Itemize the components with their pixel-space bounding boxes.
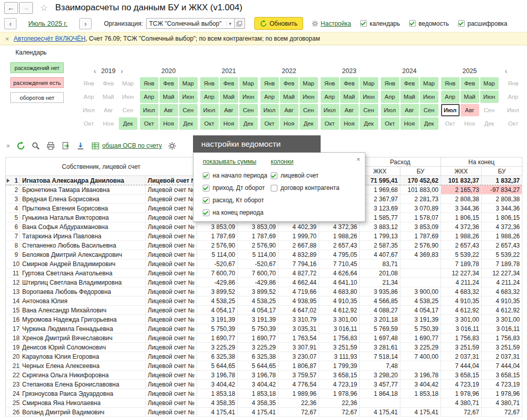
value-cell[interactable]: 3 035,31: [278, 324, 319, 334]
value-cell[interactable]: 1 832,37: [482, 176, 522, 185]
value-cell[interactable]: 1 690,77: [400, 334, 441, 343]
calendar-month-next[interactable]: Окт: [504, 117, 522, 130]
table-row[interactable]: 18Хренов Дмитрий ВячеславовичЛицевой сче…: [6, 334, 522, 343]
calendar-month-next[interactable]: Апр: [504, 91, 522, 103]
owner-name[interactable]: Смирнова Яна Николаевна: [20, 398, 146, 408]
subheader-bu[interactable]: БУ: [482, 167, 522, 176]
calendar-month-2024-11[interactable]: Ноя: [400, 117, 419, 130]
owner-column-header[interactable]: Собственник, лицевой счет: [6, 157, 197, 176]
value-cell[interactable]: 5 769,59: [360, 324, 400, 334]
value-cell[interactable]: 7 600,70: [197, 269, 238, 278]
calendar-month-2022-12[interactable]: Дек: [300, 117, 318, 130]
value-cell[interactable]: 2 587,35: [360, 241, 400, 250]
value-cell[interactable]: 72,67: [319, 408, 360, 417]
value-cell[interactable]: 4 402,39: [278, 222, 319, 232]
value-cell[interactable]: 4 612,92: [441, 306, 482, 315]
account-name[interactable]: Лицевой счет № 9: [146, 250, 197, 259]
close-icon[interactable]: ×: [356, 155, 360, 163]
value-cell[interactable]: 3 759,57: [278, 371, 319, 380]
value-cell[interactable]: 2 657,43: [441, 241, 482, 250]
calendar-month-2023-5[interactable]: Май: [340, 91, 359, 103]
calendar-month-2025-2[interactable]: Фев: [461, 77, 479, 90]
value-cell[interactable]: 3 344,36: [482, 204, 522, 213]
value-cell[interactable]: 3 301,00: [441, 315, 482, 324]
calendar-month-next[interactable]: Янв: [504, 77, 522, 90]
value-cell[interactable]: 170 452,62: [400, 176, 441, 185]
settings-link[interactable]: Настройка: [311, 20, 351, 27]
owner-name[interactable]: Степанова Елена Брониславовна: [20, 380, 146, 389]
value-cell[interactable]: 4 832,89: [278, 250, 319, 259]
value-cell[interactable]: 5 114,00: [197, 250, 238, 259]
vedomost-toggle[interactable]: ведомость: [409, 20, 449, 27]
calendar-scroll-left[interactable]: ‹: [94, 67, 96, 75]
owner-name[interactable]: Степаненко Любовь Васильевна: [20, 241, 146, 250]
value-cell[interactable]: 3 658,15: [441, 371, 482, 380]
value-cell[interactable]: 1 806,15: [441, 213, 482, 222]
value-cell[interactable]: 4 776,54: [278, 380, 319, 389]
value-cell[interactable]: 3 899,52: [238, 287, 278, 296]
value-cell[interactable]: 2 576,90: [238, 241, 278, 250]
account-name[interactable]: Лицевой счет № 26: [146, 408, 197, 417]
calendar-month-2021-1[interactable]: Янв: [200, 77, 219, 90]
value-cell[interactable]: 3 016,11: [441, 324, 482, 334]
calendar-month-2025-9[interactable]: Сен: [480, 104, 499, 116]
calendar-month-2019-11[interactable]: Ноя: [99, 117, 118, 130]
value-cell[interactable]: 1 853,18: [238, 389, 278, 398]
calendar-month-2023-3[interactable]: Мар: [360, 77, 378, 90]
value-cell[interactable]: 4 175,41: [360, 408, 400, 417]
calendar-month-2024-8[interactable]: Авг: [400, 104, 419, 116]
account-name[interactable]: Лицевой счет № 18: [146, 334, 197, 343]
owner-name[interactable]: Воланд Дмитрий Вадимович: [20, 408, 146, 417]
value-cell[interactable]: 3 111,93: [319, 352, 360, 361]
value-cell[interactable]: 3 196,78: [238, 371, 278, 380]
value-cell[interactable]: 3 225,29: [238, 343, 278, 352]
table-row[interactable]: 26Воланд Дмитрий ВадимовичЛицевой счет №…: [6, 408, 522, 417]
value-cell[interactable]: 3 251,59: [319, 343, 360, 352]
value-cell[interactable]: 7 710,45: [319, 259, 360, 269]
value-cell[interactable]: 1 690,77: [238, 334, 278, 343]
table-row[interactable]: 10Смирнов Андрей ВладимировичЛицевой сче…: [6, 259, 522, 269]
account-name[interactable]: Лицевой счет № 1: [146, 176, 197, 185]
owner-name[interactable]: Грязноусова Раиса Эдуардовна: [20, 389, 146, 398]
value-cell[interactable]: 4 372,36: [482, 222, 522, 232]
value-cell[interactable]: [400, 259, 441, 269]
calendar-month-2022-6[interactable]: Июн: [300, 91, 318, 103]
table-row[interactable]: 11Гуртова Светлана АнатольевнаЛицевой сч…: [6, 269, 522, 278]
calendar-month-2020-3[interactable]: Мар: [179, 77, 198, 90]
table-row[interactable]: 20Караулова Юлия ЕгоровнаЛицевой счет № …: [6, 352, 522, 361]
value-cell[interactable]: 4 662,44: [278, 278, 319, 287]
value-cell[interactable]: 3 191,39: [400, 315, 441, 324]
value-cell[interactable]: 1 989,96: [278, 389, 319, 398]
table-row[interactable]: 25Смирнова Яна НиколаевнаЛицевой счет № …: [6, 398, 522, 408]
value-cell[interactable]: 7 189,78: [482, 259, 522, 269]
account-name[interactable]: Лицевой счет № 22: [146, 371, 197, 380]
value-cell[interactable]: 1 806,87: [278, 361, 319, 371]
value-cell[interactable]: 1 988,26: [482, 232, 522, 241]
value-cell[interactable]: 2 367,97: [360, 195, 400, 204]
account-name[interactable]: Лицевой счет № 11: [146, 269, 197, 278]
owner-name[interactable]: Вана Софья Абдурахмановна: [20, 222, 146, 232]
value-cell[interactable]: 3 310,79: [278, 315, 319, 324]
value-cell[interactable]: 4 723,19: [482, 380, 522, 389]
forward-button[interactable]: →: [19, 2, 33, 14]
calendar-month-2019-3[interactable]: Мар: [119, 77, 137, 90]
account-name[interactable]: Лицевой счет № 3: [146, 195, 197, 204]
value-cell[interactable]: 1 988,26: [441, 232, 482, 241]
value-cell[interactable]: 1 978,96: [482, 389, 522, 398]
value-cell[interactable]: 7 794,16: [278, 259, 319, 269]
value-cell[interactable]: 1 756,83: [319, 334, 360, 343]
owner-name[interactable]: Скрягина Ольга Никифоровна: [20, 371, 146, 380]
value-cell[interactable]: 1 756,83: [482, 334, 522, 343]
value-cell[interactable]: 7 444,04: [441, 361, 482, 371]
value-cell[interactable]: 1 999,70: [278, 232, 319, 241]
value-cell[interactable]: 4 612,92: [319, 306, 360, 315]
value-cell[interactable]: 4 054,17: [238, 306, 278, 315]
value-cell[interactable]: -520,67: [238, 259, 278, 269]
calendar-month-2022-2[interactable]: Фев: [280, 77, 298, 90]
value-cell[interactable]: 4 407,67: [360, 250, 400, 259]
value-cell[interactable]: 3 251,59: [482, 343, 522, 352]
value-cell[interactable]: 5 750,39: [197, 324, 238, 334]
refresh-sheet-button[interactable]: [16, 142, 25, 150]
value-cell[interactable]: 1 763,54: [278, 334, 319, 343]
value-cell[interactable]: 7,48: [360, 361, 400, 371]
